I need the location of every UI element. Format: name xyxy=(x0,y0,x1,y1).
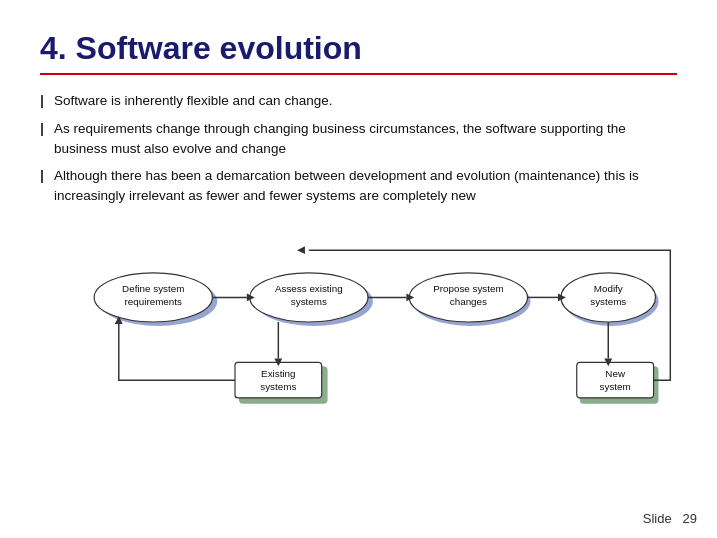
slide-number: Slide 29 xyxy=(643,511,697,526)
bullet-text-2: As requirements change through changing … xyxy=(54,119,677,158)
svg-text:Existing: Existing xyxy=(261,368,295,379)
svg-text:systems: systems xyxy=(590,297,626,308)
svg-text:changes: changes xyxy=(450,297,487,308)
svg-text:systems: systems xyxy=(291,297,327,308)
bullet-list: l Software is inherently flexible and ca… xyxy=(40,91,677,205)
diagram: Define system requirements Assess existi… xyxy=(40,219,690,429)
svg-text:Assess existing: Assess existing xyxy=(275,284,343,295)
svg-marker-35 xyxy=(297,246,305,254)
bullet-text-3: Although there has been a demarcation be… xyxy=(54,166,677,205)
svg-text:Propose system: Propose system xyxy=(433,284,503,295)
slide-number-label: Slide xyxy=(643,511,672,526)
bullet-icon: l xyxy=(40,121,54,139)
bullet-text-1: Software is inherently flexible and can … xyxy=(54,91,677,111)
list-item: l Although there has been a demarcation … xyxy=(40,166,677,205)
bullet-icon: l xyxy=(40,93,54,111)
bullet-icon: l xyxy=(40,168,54,186)
svg-text:requirements: requirements xyxy=(125,297,182,308)
svg-text:systems: systems xyxy=(260,381,296,392)
slide-number-value: 29 xyxy=(683,511,697,526)
slide-title: 4. Software evolution xyxy=(40,30,677,67)
svg-text:New: New xyxy=(605,368,626,379)
title-underline xyxy=(40,73,677,75)
svg-text:Define system: Define system xyxy=(122,284,184,295)
svg-text:Modify: Modify xyxy=(594,284,623,295)
list-item: l Software is inherently flexible and ca… xyxy=(40,91,677,111)
diagram-svg: Define system requirements Assess existi… xyxy=(40,219,690,429)
svg-text:system: system xyxy=(600,381,631,392)
list-item: l As requirements change through changin… xyxy=(40,119,677,158)
slide: 4. Software evolution l Software is inhe… xyxy=(0,0,717,538)
